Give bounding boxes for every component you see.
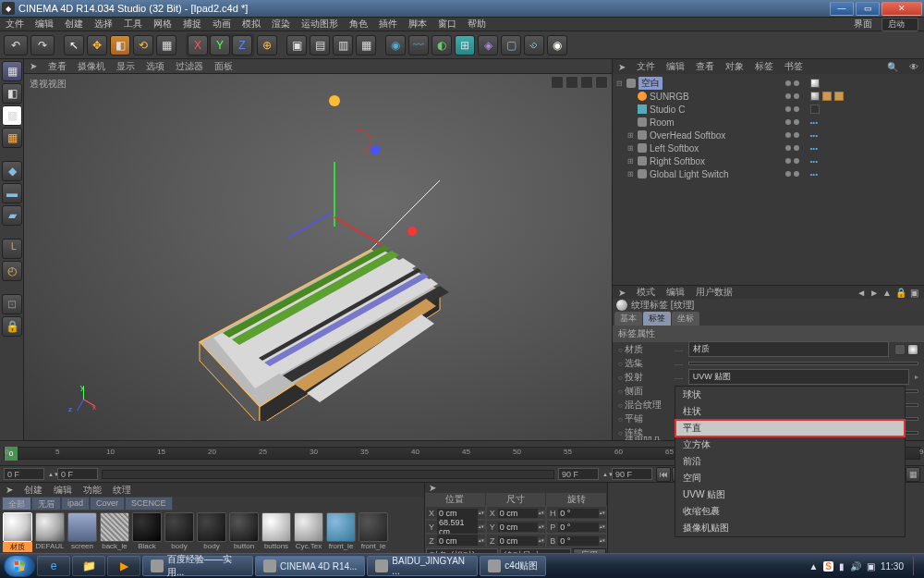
menu-plugins[interactable]: 插件 (379, 18, 397, 31)
vp-zoom-icon[interactable] (565, 76, 578, 89)
vp-max-icon[interactable] (595, 76, 608, 89)
arrow-icon[interactable]: ➤ (618, 288, 626, 298)
search-icon[interactable]: 🔍 (887, 62, 898, 72)
goto-start-button[interactable]: ⏮ (656, 467, 671, 482)
om-file[interactable]: 文件 (637, 60, 655, 73)
close-button[interactable]: ✕ (881, 2, 922, 16)
mat-filter-tab[interactable]: ipad (61, 497, 90, 510)
minimize-button[interactable]: — (830, 2, 854, 16)
material-item[interactable]: 材质 (2, 512, 33, 557)
dropdown-option[interactable]: 收缩包裹 (675, 503, 905, 520)
projection-dropdown[interactable]: 球状柱状平直立方体前沿空间UVW 贴图收缩包裹摄像机贴图 (675, 386, 906, 537)
material-item[interactable]: Black (131, 512, 163, 557)
menu-anim[interactable]: 动画 (213, 18, 231, 31)
tree-item[interactable]: ⊞OverHead Softbox (613, 129, 784, 141)
menu-snap[interactable]: 捕捉 (183, 18, 201, 31)
tree-item[interactable]: SUNRGB (613, 90, 784, 103)
prim-spline[interactable]: 〰 (408, 35, 429, 55)
prim-array[interactable]: ⊞ (455, 35, 475, 55)
show-desktop[interactable] (913, 557, 920, 575)
mat-filter-tab[interactable]: SCENCE (125, 497, 173, 510)
tray-net-icon[interactable]: ▮ (839, 561, 845, 572)
tree-item[interactable]: ⊞Right Softbox (613, 154, 784, 167)
om-objects[interactable]: 对象 (725, 60, 744, 73)
nav-up-icon[interactable]: ▲ (882, 288, 892, 298)
attr-value[interactable]: 材质 (688, 341, 889, 357)
dropdown-option[interactable]: 前沿 (675, 453, 905, 470)
tag-row[interactable]: ••• (785, 154, 922, 167)
world-coord-toggle[interactable]: ⊕ (257, 35, 277, 55)
tag-row[interactable] (785, 77, 922, 90)
select-tool[interactable]: ↖ (64, 35, 84, 55)
material-item[interactable]: back_le (99, 512, 130, 557)
arrow-icon[interactable]: ➤ (618, 62, 626, 72)
tag-row[interactable]: ••• (785, 167, 922, 180)
redo-button[interactable]: ↷ (30, 35, 55, 55)
am-edit[interactable]: 编辑 (666, 286, 685, 299)
tree-item[interactable]: ⊞Left Softbox (613, 141, 784, 154)
arrow-icon[interactable]: ➤ (429, 483, 436, 493)
menu-mesh[interactable]: 网格 (153, 18, 172, 31)
material-item[interactable]: DEFAUL (34, 512, 66, 557)
new-icon[interactable]: ▣ (910, 288, 918, 298)
snap-toggle[interactable]: ⊡ (2, 294, 22, 314)
system-tray[interactable]: ▲ S ▮ 🔊 ▣ 11:30 (808, 557, 920, 575)
dropdown-option[interactable]: 球状 (675, 387, 905, 403)
workplane-mode[interactable]: ▦ (2, 128, 22, 148)
mat-pick-icon[interactable] (894, 344, 906, 355)
vp-display[interactable]: 显示 (116, 60, 135, 73)
material-item[interactable]: front_le (325, 512, 357, 557)
pin-ie[interactable]: e (37, 556, 70, 576)
tray-clock[interactable]: 11:30 (881, 561, 904, 572)
axis-z-toggle[interactable]: Z (232, 35, 252, 55)
object-tags[interactable]: ••• ••• ••• ••• ••• (784, 74, 924, 285)
tray-app-icon[interactable]: S (823, 561, 833, 572)
material-item[interactable]: body (164, 512, 195, 557)
attr-value[interactable]: UVW 贴图 (688, 369, 909, 385)
dropdown-option[interactable]: 柱状 (675, 403, 905, 420)
pin-explorer[interactable]: 📁 (72, 556, 105, 576)
last-tool[interactable]: ▦ (156, 35, 176, 55)
tag-row[interactable]: ••• (785, 116, 922, 129)
prim-env[interactable]: ▢ (501, 35, 521, 55)
menu-window[interactable]: 窗口 (438, 18, 456, 31)
mat-goto-icon[interactable] (907, 344, 918, 355)
dropdown-arrow-icon[interactable]: ▸ (915, 373, 918, 381)
render-view[interactable]: ▣ (286, 35, 307, 55)
menu-tools[interactable]: 工具 (124, 18, 142, 31)
dropdown-option[interactable]: 立方体 (675, 437, 905, 453)
mm-create[interactable]: 创建 (24, 484, 43, 497)
vp-orbit-icon[interactable] (580, 76, 593, 89)
viewport[interactable]: 透视视图 (24, 74, 612, 440)
tree-item[interactable]: Room (613, 116, 784, 129)
object-tree[interactable]: ⊟空白SUNRGBStudio CRoom⊞OverHead Softbox⊞L… (613, 74, 784, 285)
dropdown-option[interactable]: 空间 (675, 470, 905, 486)
tree-item[interactable]: ⊞Global Light Switch (613, 167, 784, 180)
om-tags[interactable]: 标签 (755, 60, 773, 73)
am-mode[interactable]: 模式 (637, 286, 655, 299)
point-mode[interactable]: ◆ (2, 161, 22, 181)
material-item[interactable]: Cyc.Tex (293, 512, 324, 557)
key-b-button[interactable]: ▦ (906, 467, 920, 482)
mm-func[interactable]: 功能 (83, 484, 102, 497)
om-bookmarks[interactable]: 书签 (784, 60, 803, 73)
prim-nurbs[interactable]: ◐ (432, 35, 452, 55)
menu-create[interactable]: 创建 (65, 18, 83, 31)
om-edit[interactable]: 编辑 (666, 60, 685, 73)
tag-row[interactable] (785, 90, 922, 103)
menu-char[interactable]: 角色 (349, 18, 368, 31)
scale-tool[interactable]: ◧ (110, 35, 130, 55)
move-tool[interactable]: ✥ (87, 35, 107, 55)
start-button[interactable] (4, 555, 35, 577)
tag-row[interactable] (785, 103, 922, 116)
maximize-button[interactable]: ▭ (856, 2, 880, 16)
prim-deform[interactable]: ◈ (478, 35, 498, 55)
nav-fwd-icon[interactable]: ► (869, 288, 879, 298)
axis-x-toggle[interactable]: X (188, 35, 208, 55)
poly-mode[interactable]: ▰ (2, 205, 22, 226)
vp-arrow[interactable]: ➤ (30, 61, 37, 71)
menu-mograph[interactable]: 运动图形 (301, 18, 338, 31)
render-settings[interactable]: ▦ (356, 35, 376, 55)
taskbar-task[interactable]: CINEMA 4D R14... (255, 556, 365, 576)
vp-filter[interactable]: 过滤器 (176, 60, 203, 73)
